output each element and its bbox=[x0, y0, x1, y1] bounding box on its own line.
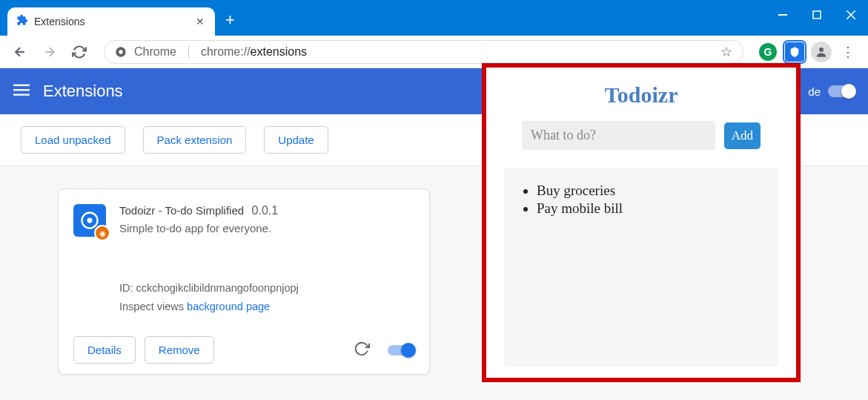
extension-shortcut-2[interactable] bbox=[783, 41, 806, 63]
svg-rect-8 bbox=[13, 89, 30, 91]
extension-description: Simple to-do app for everyone. bbox=[119, 222, 414, 235]
maximize-button[interactable] bbox=[800, 0, 834, 30]
extension-meta: ID: cckchogikclibildnmangofoonpnjopj Ins… bbox=[119, 279, 414, 315]
maximize-icon bbox=[812, 10, 821, 19]
arrow-right-icon bbox=[42, 45, 57, 59]
dev-mode-toggle[interactable] bbox=[828, 85, 855, 97]
svg-rect-7 bbox=[13, 85, 30, 86]
extension-enable-toggle[interactable] bbox=[388, 345, 414, 355]
forward-button[interactable] bbox=[39, 41, 61, 63]
menu-button[interactable] bbox=[13, 82, 30, 101]
back-button[interactable] bbox=[9, 41, 31, 63]
extension-title-row: Todoizr - To-do Simplified 0.0.1 bbox=[119, 204, 414, 217]
browser-menu-button[interactable]: ⋮ bbox=[837, 41, 859, 63]
pack-extension-button[interactable]: Pack extension bbox=[143, 126, 247, 154]
load-unpacked-button[interactable]: Load unpacked bbox=[21, 126, 125, 154]
extension-id: cckchogikclibildnmangofoonpnjopj bbox=[136, 282, 299, 294]
list-item: Pay mobile bill bbox=[537, 200, 763, 217]
arrow-left-icon bbox=[13, 45, 27, 59]
tab-title: Extensions bbox=[34, 16, 188, 27]
chrome-icon bbox=[115, 46, 127, 58]
details-button[interactable]: Details bbox=[73, 336, 136, 364]
svg-point-6 bbox=[819, 47, 824, 52]
svg-rect-0 bbox=[778, 14, 787, 16]
minimize-button[interactable] bbox=[766, 0, 800, 30]
extension-popup: Todoizr Add Buy groceries Pay mobile bil… bbox=[482, 63, 801, 382]
todo-input[interactable] bbox=[522, 121, 715, 150]
hamburger-icon bbox=[13, 82, 30, 98]
browser-tab[interactable]: Extensions ✕ bbox=[7, 7, 215, 36]
dev-mode-section: de bbox=[808, 85, 855, 98]
page-title: Extensions bbox=[43, 82, 123, 101]
omnibox-separator bbox=[188, 45, 189, 59]
dev-mode-label: de bbox=[808, 85, 821, 98]
todo-list: Buy groceries Pay mobile bill bbox=[537, 183, 763, 217]
tab-close-button[interactable]: ✕ bbox=[194, 14, 206, 29]
profile-icon bbox=[811, 42, 832, 62]
background-page-link[interactable]: background page bbox=[187, 301, 270, 312]
green-extension-icon: G bbox=[759, 43, 777, 61]
extension-icon: ◉ bbox=[73, 204, 106, 237]
bookmark-star-icon[interactable]: ☆ bbox=[720, 44, 732, 60]
toolbar-icons: G ⋮ bbox=[757, 41, 859, 63]
reload-button[interactable] bbox=[68, 41, 90, 63]
svg-point-5 bbox=[119, 50, 122, 53]
todo-list-box: Buy groceries Pay mobile bill bbox=[504, 168, 778, 367]
extension-shortcut-1[interactable]: G bbox=[757, 41, 779, 63]
popup-input-row: Add bbox=[501, 121, 781, 150]
omnibox-url: chrome://extensions bbox=[201, 45, 307, 59]
update-button[interactable]: Update bbox=[264, 126, 328, 154]
extension-name: Todoizr - To-do Simplified bbox=[119, 204, 244, 217]
minimize-icon bbox=[778, 14, 787, 16]
close-window-button[interactable] bbox=[834, 0, 868, 30]
window-controls bbox=[766, 0, 868, 30]
reload-icon bbox=[72, 45, 87, 59]
card-footer: Details Remove bbox=[73, 336, 414, 364]
tab-bar: Extensions ✕ + bbox=[0, 0, 868, 36]
list-item: Buy groceries bbox=[537, 183, 763, 199]
reload-icon bbox=[354, 341, 370, 357]
omnibox[interactable]: Chrome chrome://extensions ☆ bbox=[104, 40, 743, 64]
blue-extension-icon bbox=[785, 42, 804, 62]
puzzle-icon bbox=[16, 14, 28, 29]
omnibox-scheme: Chrome bbox=[134, 45, 176, 59]
unpacked-badge-icon: ◉ bbox=[94, 225, 110, 241]
svg-point-11 bbox=[87, 218, 93, 223]
popup-title: Todoizr bbox=[501, 82, 781, 108]
new-tab-button[interactable]: + bbox=[225, 10, 235, 30]
extension-reload-button[interactable] bbox=[354, 341, 370, 360]
extension-version: 0.0.1 bbox=[252, 204, 279, 217]
extension-card: ◉ Todoizr - To-do Simplified 0.0.1 Simpl… bbox=[58, 188, 430, 375]
svg-rect-9 bbox=[13, 94, 30, 96]
remove-button[interactable]: Remove bbox=[145, 336, 214, 364]
close-icon bbox=[847, 10, 855, 19]
add-button[interactable]: Add bbox=[724, 122, 761, 149]
profile-button[interactable] bbox=[810, 41, 832, 63]
svg-rect-1 bbox=[813, 11, 821, 19]
